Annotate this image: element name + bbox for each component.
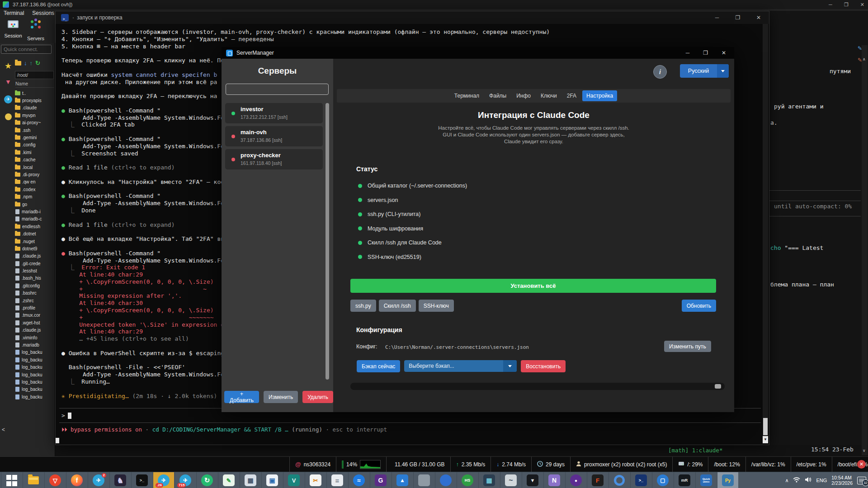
file-item[interactable]: log_backu [15, 393, 55, 400]
volume-icon[interactable] [805, 476, 811, 484]
yellow-ball-icon[interactable] [4, 113, 13, 122]
delete-server-button[interactable]: Удалить [302, 391, 333, 403]
file-item[interactable]: .lesshst [15, 267, 55, 274]
file-item[interactable]: .claude.js [15, 327, 55, 334]
server-search-input[interactable] [226, 84, 329, 95]
taskbar-app-firefox[interactable]: f [66, 472, 87, 488]
terminal-scrollbar[interactable]: ▼ [763, 24, 768, 443]
file-item[interactable]: .cache [15, 156, 55, 164]
tab-файлы[interactable]: Файлы [485, 90, 510, 101]
file-item[interactable]: .claude [15, 104, 55, 112]
horizontal-scrollbar-thumb[interactable] [715, 384, 721, 389]
sm-minimize-button[interactable]: ─ [686, 50, 690, 56]
file-item[interactable]: .codex [15, 186, 55, 193]
taskbar-app-servermanager-python[interactable]: Py [717, 472, 738, 488]
mobaxterm-close-button[interactable]: ✕ [860, 2, 864, 8]
file-item[interactable]: .dotnet [15, 230, 55, 237]
mobaxterm-right-scrollbar[interactable]: ∧∨ [862, 45, 868, 455]
taskbar-app-file-explorer[interactable] [23, 472, 44, 488]
files-column-header[interactable]: Name [15, 81, 54, 88]
tab-инфо[interactable]: Инфо [512, 90, 535, 101]
taskbar-app-telegram-2[interactable]: ✈715 [175, 472, 196, 488]
server-list-item[interactable]: main-ovh37.187.136.86 [ssh] [225, 126, 323, 146]
file-item[interactable]: .mariadb [15, 341, 55, 348]
servers-button[interactable]: Servers [25, 19, 46, 41]
taskbar-app-start[interactable] [1, 472, 22, 488]
component-button--ssh[interactable]: Скилл /ssh [379, 300, 416, 312]
file-item[interactable]: .gitconfig [15, 282, 55, 289]
horizontal-scrollbar[interactable] [350, 383, 725, 390]
taskbar-app-telegram-highlighted[interactable]: ✈.26 [153, 472, 174, 488]
tab-настройка[interactable]: Настройка [582, 90, 617, 101]
language-dropdown[interactable]: Русский [680, 64, 729, 78]
sm-close-button[interactable]: ✕ [722, 50, 726, 56]
pencil-icon[interactable]: ✎ [858, 45, 862, 52]
taskbar-app-telegram-1[interactable]: ✈2 [88, 472, 109, 488]
taskbar-app-notepad[interactable]: ≡ [326, 472, 348, 488]
session-button[interactable]: Session [3, 19, 24, 38]
notifications-icon[interactable]: 32 [857, 477, 866, 484]
file-item[interactable]: .bashrc [15, 290, 55, 297]
taskbar-app-heidisql[interactable]: HS [457, 472, 478, 488]
mobaxterm-maximize-button[interactable]: ❐ [844, 2, 849, 8]
download-arrow-icon[interactable]: ▼ [4, 78, 13, 85]
file-item[interactable]: .profile [15, 304, 55, 311]
restore-button[interactable]: Восстановить [521, 360, 566, 372]
file-item[interactable]: .tmux.cor [15, 312, 55, 319]
file-item[interactable]: .viminfo [15, 334, 55, 341]
file-item[interactable]: .bash_his [15, 275, 55, 282]
taskbar-app-phone-editor[interactable]: ✎ [218, 472, 239, 488]
taskbar-app-browser-ring[interactable] [609, 472, 630, 488]
taskbar-app-calculator[interactable]: ▦ [240, 472, 261, 488]
component-button-ssh-[interactable]: SSH-ключ [419, 300, 454, 312]
backup-now-button[interactable]: Бэкап сейчас [357, 360, 400, 372]
taskbar-app-quick-utmo[interactable]: Quick utmo [695, 472, 717, 488]
file-item[interactable]: mariadb-c [15, 216, 55, 223]
file-item[interactable]: ai-proxy~ [15, 119, 55, 127]
server-list-item[interactable]: investor173.212.212.157 [ssh] [225, 103, 323, 123]
file-item[interactable]: .claude.js [15, 253, 55, 260]
tab-терминал[interactable]: Терминал [450, 90, 483, 101]
file-item[interactable]: .ssh [15, 127, 55, 134]
add-server-button[interactable]: + Добавить [224, 391, 259, 403]
taskbar-app-brave[interactable]: ▽ [44, 472, 66, 488]
change-path-button[interactable]: Изменить путь [664, 341, 711, 352]
menu-terminal[interactable]: Terminal [4, 10, 24, 16]
file-item[interactable]: proxyapis [15, 97, 55, 104]
file-item[interactable]: .zshrc [15, 297, 55, 304]
taskbar-app-audio-app[interactable]: ~ [500, 472, 521, 488]
taskbar-app-remote-desktop[interactable]: ▢ [652, 472, 673, 488]
file-item[interactable]: .config [15, 141, 55, 149]
download-icon[interactable]: ↓ [24, 60, 27, 66]
file-item[interactable]: .npm [15, 193, 55, 200]
taskbar-app-blue-app[interactable] [435, 472, 456, 488]
file-item[interactable]: .git-crede [15, 260, 55, 267]
file-item[interactable]: .gemini [15, 134, 55, 141]
file-item[interactable]: .kimi [15, 149, 55, 156]
file-item[interactable]: .wget-hst [15, 319, 55, 326]
server-list-item[interactable]: proxy-checker161.97.118.40 [ssh] [225, 149, 323, 169]
terminal-titlebar[interactable]: >_ · запуск и проверка ─ ❐ ✕ [56, 11, 769, 24]
terminal-scrollbar-thumb[interactable] [763, 418, 768, 435]
info-button[interactable]: i [653, 65, 667, 79]
tab-2fa[interactable]: 2FA [563, 90, 580, 101]
menu-sessions[interactable]: Sessions [32, 10, 54, 16]
language-indicator[interactable]: ENG [816, 478, 827, 483]
sidebar-scroll-left-arrow[interactable]: < [2, 427, 5, 433]
terminal-close-button[interactable]: ✕ [748, 11, 769, 24]
taskbar-app-notion-app[interactable]: N [543, 472, 565, 488]
tray-clock[interactable]: 10:54 AM 2/23/2026 [831, 475, 853, 486]
taskbar-app-mremoteng[interactable]: mR [674, 472, 695, 488]
taskbar-app-blue-window-app[interactable]: ▣ [261, 472, 283, 488]
server-list-scrollbar[interactable] [326, 103, 329, 380]
file-item[interactable]: .di-proxy [15, 171, 55, 178]
taskbar-app-github[interactable]: ● [565, 472, 586, 488]
file-item[interactable]: .local [15, 164, 55, 171]
taskbar-app-powershell[interactable]: >_ [630, 472, 651, 488]
quick-connect-input[interactable] [1, 45, 52, 54]
taskbar-app-gray-app[interactable] [413, 472, 434, 488]
file-item[interactable]: log_backu [15, 371, 55, 378]
pencil-red-icon[interactable]: ✎ [858, 57, 862, 63]
taskbar-app-snipping-tool[interactable]: ✂ [305, 472, 326, 488]
file-item[interactable]: dotnet9 [15, 245, 55, 252]
